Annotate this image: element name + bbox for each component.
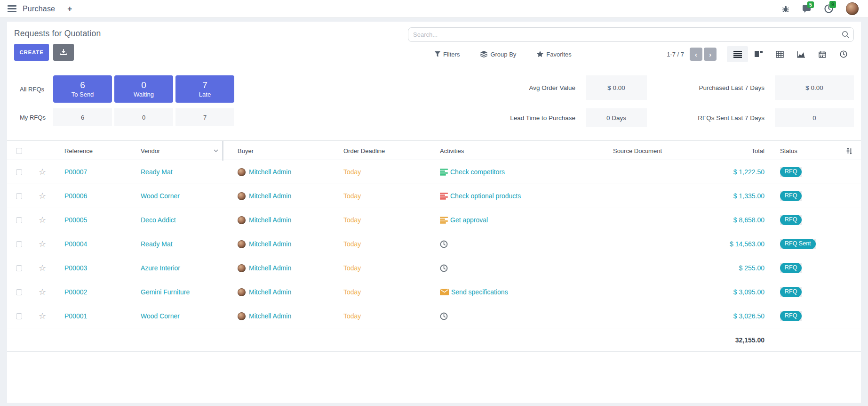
activity-label[interactable]: Check optional products [450,192,521,200]
my-to-send-kpi[interactable]: 6 [53,108,112,126]
pivot-view-button[interactable] [769,46,790,62]
buyer-link[interactable]: Mitchell Admin [249,192,291,200]
row-checkbox[interactable] [16,265,22,271]
graph-view-button[interactable] [790,46,812,62]
export-button[interactable] [53,44,74,61]
star-icon[interactable]: ☆ [39,216,46,224]
reference-link[interactable]: P00002 [64,288,87,296]
group-by-button[interactable]: Group By [480,51,516,58]
star-icon[interactable]: ☆ [39,240,46,248]
row-checkbox[interactable] [16,313,22,319]
reference-link[interactable]: P00001 [64,312,87,320]
activity-label[interactable]: Send specifications [451,288,508,296]
star-icon[interactable]: ☆ [39,288,46,296]
activity-cell[interactable]: Check competitors [423,168,579,176]
header-activities[interactable]: Activities [423,147,579,154]
table-row[interactable]: ☆ P00005 Deco Addict Mitchell Admin Toda… [7,208,861,232]
my-waiting-kpi[interactable]: 0 [114,108,173,126]
header-reference[interactable]: Reference [54,147,129,154]
table-row[interactable]: ☆ P00003 Azure Interior Mitchell Admin T… [7,256,861,280]
buyer-link[interactable]: Mitchell Admin [249,216,291,224]
reference-link[interactable]: P00004 [64,240,87,248]
status-badge: RFQ Sent [780,239,816,249]
star-icon[interactable]: ☆ [39,192,46,200]
pager-next-button[interactable]: › [704,48,717,61]
create-button[interactable]: CREATE [14,44,49,61]
activity-label[interactable]: Get approval [450,216,488,224]
buyer-avatar [238,312,246,320]
late-kpi-button[interactable]: 7 Late [175,75,234,103]
new-tab-button[interactable]: + [67,5,72,13]
vendor-link[interactable]: Deco Addict [141,216,176,224]
order-deadline: Today [343,192,361,200]
activity-cell[interactable] [423,264,579,272]
search-icon[interactable] [842,31,850,41]
vendor-link[interactable]: Azure Interior [141,264,180,272]
optional-columns-button[interactable] [837,147,861,154]
header-source-document[interactable]: Source Document [579,147,696,154]
header-status[interactable]: Status [776,147,837,154]
reference-link[interactable]: P00003 [64,264,87,272]
my-late-kpi[interactable]: 7 [175,108,234,126]
buyer-link[interactable]: Mitchell Admin [249,168,291,176]
to-send-kpi-button[interactable]: 6 To Send [53,75,112,103]
list-view-button[interactable] [727,46,748,62]
avg-order-value: $ 0.00 [586,75,647,100]
star-icon[interactable]: ☆ [39,168,46,176]
app-title[interactable]: Purchase [23,5,55,13]
select-all-checkbox[interactable] [16,148,22,154]
pager-previous-button[interactable]: ‹ [690,48,702,61]
vendor-link[interactable]: Ready Mat [141,240,173,248]
activities-clock-icon[interactable]: 9 [824,4,833,13]
activity-cell[interactable]: Get approval [423,216,579,224]
order-deadline: Today [343,288,361,296]
activity-cell[interactable] [423,312,579,320]
reference-link[interactable]: P00005 [64,216,87,224]
star-icon[interactable]: ☆ [39,264,46,272]
activity-view-button[interactable] [833,46,854,62]
favorites-button[interactable]: Favorites [537,51,571,58]
filters-button[interactable]: Filters [435,51,460,58]
row-checkbox[interactable] [16,241,22,247]
table-row[interactable]: ☆ P00007 Ready Mat Mitchell Admin Today … [7,160,861,184]
status-badge: RFQ [780,311,802,321]
header-deadline[interactable]: Order Deadline [329,147,423,154]
table-row[interactable]: ☆ P00002 Gemini Furniture Mitchell Admin… [7,280,861,304]
row-checkbox[interactable] [16,289,22,295]
debug-bug-icon[interactable] [782,5,789,13]
kanban-view-button[interactable] [748,46,769,62]
total-amount: $ 3,095.00 [733,288,764,296]
buyer-avatar [238,192,246,200]
buyer-link[interactable]: Mitchell Admin [249,264,291,272]
table-row[interactable]: ☆ P00004 Ready Mat Mitchell Admin Today … [7,232,861,256]
reference-link[interactable]: P00006 [64,192,87,200]
buyer-avatar [238,168,246,176]
table-row[interactable]: ☆ P00006 Wood Corner Mitchell Admin Toda… [7,184,861,208]
waiting-kpi-button[interactable]: 0 Waiting [114,75,173,103]
star-icon[interactable]: ☆ [39,312,46,320]
vendor-link[interactable]: Wood Corner [141,312,180,320]
activity-cell[interactable] [423,240,579,248]
vendor-link[interactable]: Gemini Furniture [141,288,190,296]
apps-menu-icon[interactable] [8,5,16,12]
header-total[interactable]: Total [696,147,776,154]
vendor-link[interactable]: Wood Corner [141,192,180,200]
user-avatar[interactable] [846,2,859,15]
buyer-link[interactable]: Mitchell Admin [249,288,291,296]
activity-label[interactable]: Check competitors [450,168,505,176]
activity-cell[interactable]: Send specifications [423,288,579,296]
reference-link[interactable]: P00007 [64,168,87,176]
buyer-link[interactable]: Mitchell Admin [249,240,291,248]
search-input[interactable] [408,27,854,42]
activity-cell[interactable]: Check optional products [423,192,579,200]
header-vendor[interactable]: Vendor [129,141,223,161]
header-buyer[interactable]: Buyer [223,147,329,154]
buyer-link[interactable]: Mitchell Admin [249,312,291,320]
vendor-link[interactable]: Ready Mat [141,168,173,176]
row-checkbox[interactable] [16,217,22,223]
calendar-view-button[interactable] [812,46,833,62]
row-checkbox[interactable] [16,169,22,175]
messages-icon[interactable]: 5 [802,5,812,13]
table-row[interactable]: ☆ P00001 Wood Corner Mitchell Admin Toda… [7,304,861,328]
row-checkbox[interactable] [16,193,22,199]
